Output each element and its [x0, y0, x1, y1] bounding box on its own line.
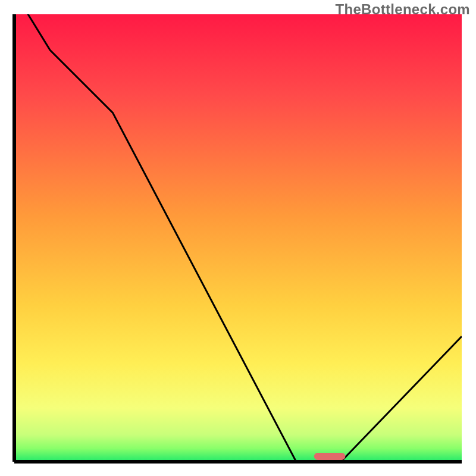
watermark-text: TheBottleneck.com: [336, 1, 470, 18]
optimal-marker: [314, 453, 346, 460]
bottleneck-chart: [0, 0, 476, 476]
